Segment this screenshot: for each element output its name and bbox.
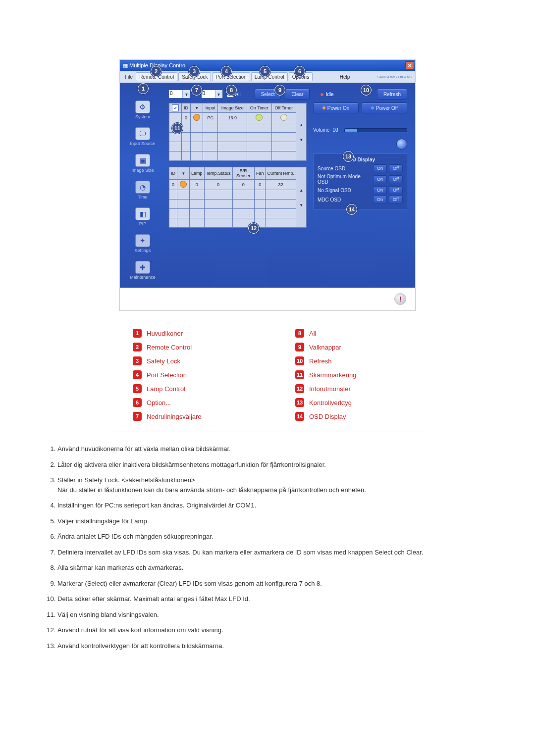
no-signal-off[interactable]: Off — [389, 186, 403, 194]
legend-label: Refresh — [309, 357, 332, 365]
not-optimum-on[interactable]: On — [373, 175, 387, 183]
sidebar-label: Maintenance — [130, 275, 156, 280]
badge-3: 3 — [133, 356, 142, 365]
speaker-icon[interactable] — [396, 139, 407, 150]
mdc-osd-off[interactable]: Off — [389, 196, 403, 203]
legend-label: Skärmmarkering — [309, 371, 356, 379]
col-off-timer: Off Timer — [271, 103, 296, 113]
col-temp: Temp.Status — [204, 167, 232, 180]
alert-icon: ! — [394, 293, 406, 305]
legend-label: Remote Control — [147, 344, 192, 351]
callout-2: 2 — [151, 66, 161, 77]
badge-12: 12 — [295, 384, 304, 393]
sidebar-item-maintenance[interactable]: ✚ Maintenance — [130, 258, 156, 283]
col-current-temp: CurrentTemp. — [266, 167, 296, 180]
list-item: Välj en visning bland visningsvalen. — [57, 610, 513, 620]
sidebar-item-time[interactable]: ◔ Time — [135, 178, 150, 202]
display-grid-lower[interactable]: ID ▾ Lamp Temp.Status B/R Senser Fan Cur… — [168, 166, 307, 228]
legend-label: Port Selection — [147, 371, 187, 379]
legend-label: All — [309, 330, 316, 337]
lfd-to-select[interactable]: 0▾ — [201, 90, 223, 99]
list-item: Inställningen för PC:ns serieport kan än… — [57, 501, 513, 510]
volume-value: 10 — [332, 127, 341, 133]
badge-8: 8 — [295, 329, 304, 338]
badge-7: 7 — [133, 412, 142, 421]
callout-11: 11 — [172, 123, 183, 134]
sidebar-item-input-source[interactable]: 🖵 Input Source — [130, 124, 155, 149]
legend-label: Nedrullningsväljare — [147, 413, 202, 420]
list-item: Använd huvudikonerna för att växla mella… — [57, 444, 513, 454]
callout-4: 4 — [221, 66, 232, 77]
callout-10: 10 — [361, 85, 372, 96]
close-icon[interactable]: ✕ — [405, 61, 414, 69]
callout-1: 1 — [138, 83, 149, 94]
volume-control[interactable]: Volume 10 — [313, 127, 407, 133]
list-item: Använd kontrollverktygen för att kontrol… — [57, 641, 513, 651]
col-fan: Fan — [254, 167, 266, 180]
sidebar: 1 ⚙ System 🖵 Input Source ▣ Image Size ◔… — [120, 83, 165, 288]
osd-title: OSD Display — [318, 157, 403, 162]
badge-14: 14 — [295, 412, 304, 421]
legend-label: OSD Display — [309, 413, 346, 420]
sidebar-item-settings[interactable]: ✦ Settings — [135, 231, 151, 256]
legend-label: Kontrollverktyg — [309, 399, 352, 406]
callout-9: 9 — [274, 85, 285, 96]
gear-icon: ⚙ — [135, 101, 150, 113]
clock-icon: ◔ — [135, 181, 150, 194]
menu-help[interactable]: Help — [338, 71, 352, 83]
osd-display-panel: OSD Display Source OSD On Off Not Optimu… — [313, 153, 407, 209]
no-signal-label: No Signal OSD — [318, 188, 371, 193]
sidebar-item-pip[interactable]: ◧ PIP — [135, 204, 150, 229]
sidebar-item-system[interactable]: ⚙ System — [135, 98, 150, 122]
callout-5: 5 — [260, 66, 270, 77]
menu-file[interactable]: File — [123, 71, 135, 83]
badge-6: 6 — [133, 398, 142, 407]
no-signal-on[interactable]: On — [373, 186, 387, 194]
sidebar-label: System — [135, 114, 150, 119]
col-id: ID — [182, 103, 191, 113]
clear-button[interactable]: Clear — [285, 89, 310, 100]
not-optimum-off[interactable]: Off — [389, 175, 403, 183]
scrollbar[interactable]: ▴▾ — [296, 167, 307, 228]
list-item: Ändra antalet LFD IDs och mängden sökupp… — [57, 532, 513, 542]
chevron-down-icon: ▾ — [182, 90, 190, 98]
source-osd-on[interactable]: On — [373, 164, 387, 172]
legend-label: Inforutmönster — [309, 385, 351, 393]
volume-slider[interactable] — [344, 128, 407, 132]
app-screenshot: ▦ Multiple Display Control ✕ File Remote… — [119, 59, 416, 311]
list-item: Definiera intervallet av LFD IDs som ska… — [57, 548, 513, 557]
list-item: Ställer in Safety Lock. <säkerhetslåsfun… — [57, 475, 513, 495]
not-optimum-label: Not Optimum Mode OSD — [318, 174, 371, 185]
refresh-button[interactable]: Refresh — [377, 89, 407, 100]
sidebar-label: PIP — [139, 221, 147, 226]
legend-label: Huvudikoner — [147, 330, 183, 337]
col-on-timer: On Timer — [247, 103, 272, 113]
scrollbar[interactable]: ▴▾ — [296, 103, 307, 161]
badge-11: 11 — [295, 370, 304, 379]
table-row[interactable]: 0 0 0 0 0 32 — [169, 180, 307, 190]
callout-3: 3 — [189, 66, 200, 77]
brand-label: SAMSUNG DIGITall — [377, 75, 412, 79]
mdc-osd-on[interactable]: On — [373, 196, 387, 203]
col-lamp: Lamp — [190, 167, 205, 180]
list-item: Låter dig aktivera eller inaktivera bild… — [57, 460, 513, 470]
callout-7: 7 — [191, 85, 202, 96]
source-osd-label: Source OSD — [318, 166, 371, 171]
col-input: Input — [203, 103, 218, 113]
sidebar-label: Settings — [135, 248, 151, 253]
display-grid-upper[interactable]: ✔ ID ▾ Input Image Size On Timer Off Tim… — [168, 102, 307, 161]
power-on-button[interactable]: Power On — [313, 102, 359, 113]
list-item: Markerar (Select) eller avmarkerar (Clea… — [57, 579, 513, 589]
source-osd-off[interactable]: Off — [389, 164, 403, 172]
idle-indicator: Idle — [321, 92, 333, 97]
menubar: File Remote Control Safety Lock Port Sel… — [120, 71, 415, 83]
chevron-down-icon: ▾ — [215, 90, 222, 98]
lfd-from-select[interactable]: 0▾ — [168, 90, 190, 99]
power-off-button[interactable]: Power Off — [362, 102, 407, 113]
status-footer: ! — [120, 288, 415, 310]
sidebar-item-image-size[interactable]: ▣ Image Size — [131, 151, 154, 176]
legend: 1Huvudikoner 2Remote Control 3Safety Loc… — [107, 326, 428, 432]
list-item: Detta söker efter skärmar. Maximalt anta… — [57, 594, 513, 604]
description-list: Använd huvudikonerna för att växla mella… — [40, 444, 513, 651]
table-row[interactable]: 0 PC 16:9 — [169, 113, 307, 123]
